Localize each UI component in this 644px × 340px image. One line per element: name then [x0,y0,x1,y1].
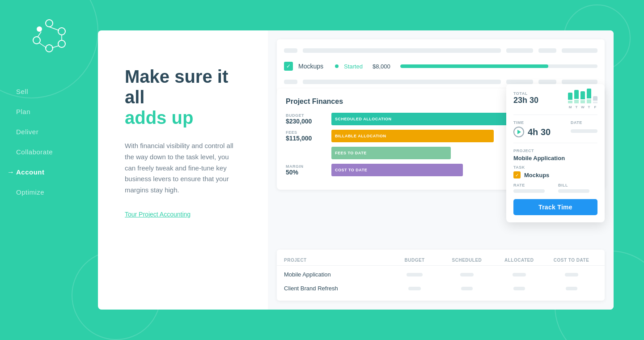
chart-col-wed: W [580,91,585,109]
sidebar-item-label-collaborate: Collaborate [16,148,53,156]
tracker-rate-section: Rate Bill [513,183,597,193]
task-checkbox-mockups[interactable]: ✓ [284,62,293,71]
scheduled-brand [441,285,493,292]
tracker-task-row: ✓ Mockups [513,171,597,178]
cost-to-date-bar: Cost to Date [331,164,463,176]
col-project: Project [284,258,389,263]
sidebar-item-deliver[interactable]: Deliver [0,123,98,141]
tracker-time-value: 4h 30 [528,127,551,137]
bill-label: Bill [558,183,597,187]
tracker-date-section: Date [571,120,597,137]
svg-point-2 [58,40,65,47]
sidebar-item-account[interactable]: → Account [0,163,98,181]
task-checkbox-tracker: ✓ [513,171,521,178]
tracker-header: Total 23h 30 M [513,91,597,109]
chart-bar-mon-top [568,93,572,100]
svg-point-0 [46,20,53,27]
scheduled-mobile [441,271,493,278]
tracker-task-value: Mockups [524,172,549,178]
project-name-brand: Client Brand Refresh [284,285,389,292]
svg-point-1 [58,28,65,35]
svg-point-4 [33,37,40,44]
scheduled-allocation-bar: Scheduled Allocation [331,113,534,125]
margin-label: Margin [286,164,326,169]
bill-col: Bill [558,183,597,193]
tracker-week-chart: M T W [568,91,597,109]
sidebar-item-optimize[interactable]: Optimize [0,183,98,201]
progress-bar-fill [400,64,548,68]
check-icon: ✓ [286,63,291,69]
sidebar-item-plan[interactable]: Plan [0,102,98,121]
sidebar-item-label-account: Account [16,168,45,176]
sidebar-item-collaborate[interactable]: Collaborate [0,143,98,161]
fees-to-date-label: Fees to Date [335,151,367,155]
play-button[interactable] [513,127,524,137]
headline-line2: adds up [125,107,241,128]
chart-bar-thu-top [587,89,591,98]
svg-line-6 [49,27,59,30]
tracker-time-display: 4h 30 [513,127,551,137]
budget-brand [389,285,441,292]
time-tracker-card: Total 23h 30 M [506,84,605,222]
task-check-icon: ✓ [515,173,519,178]
logo [31,18,67,55]
track-time-button[interactable]: Track Time [513,199,597,215]
svg-line-9 [39,43,47,48]
tracker-project-section: Project Mobile Application [513,149,597,162]
cost-mobile [545,271,597,278]
list-row-placeholder-1 [277,44,605,57]
progress-bar-container [400,64,597,68]
billable-allocation-bar: Billable Allocation [331,130,494,142]
viz-panel: ✓ Mockups Started $8,000 Project F [268,30,614,310]
sidebar: Sell Plan Deliver Collaborate → Account … [0,0,98,340]
task-row-mockups: ✓ Mockups Started $8,000 [277,57,605,75]
chart-bar-tue-top [574,90,579,99]
tour-project-accounting-link[interactable]: Tour Project Accounting [125,211,191,218]
chart-day-fri: F [594,105,597,109]
margin-value: 50% [286,169,326,176]
svg-point-3 [46,45,53,52]
chart-col-tue: T [574,90,579,109]
sidebar-item-sell[interactable]: Sell [0,82,98,101]
time-label: Time [513,120,551,125]
project-name-mobile: Mobile Application [284,271,389,278]
col-allocated: Allocated [493,258,545,263]
tracker-time-date-row: Time 4h 30 Date [513,120,597,137]
svg-line-10 [38,32,41,37]
play-icon [517,130,521,134]
chart-bar-wed-top [580,91,585,99]
chart-col-thu: T [587,89,591,109]
table-header: Project Budget Scheduled Allocated Cost … [277,255,605,266]
chart-col-mon: M [568,93,572,109]
sidebar-item-label-sell: Sell [16,88,28,95]
chart-day-mon: M [569,105,572,109]
tracker-divider-2 [513,143,597,143]
chart-day-thu: T [588,105,590,109]
svg-point-5 [37,26,42,32]
chart-day-wed: W [581,105,585,109]
budget-mobile [389,271,441,278]
status-started: Started [344,63,363,70]
task-budget: $8,000 [373,63,390,70]
cost-to-date-label: Cost to Date [335,168,367,172]
description-text: With financial visibility and control al… [125,140,241,196]
text-panel: Make sure it all adds up With financial … [98,30,268,310]
active-arrow-icon: → [7,168,15,176]
col-scheduled: Scheduled [441,258,493,263]
svg-line-8 [52,46,59,48]
date-placeholder [571,129,597,133]
fees-label: Fees [286,130,326,135]
headline-line1: Make sure it all [125,66,241,107]
table-row-brand-refresh: Client Brand Refresh [277,281,605,295]
tracker-time-section: Time 4h 30 [513,120,551,137]
cost-brand [545,285,597,292]
sidebar-item-label-plan: Plan [16,108,30,115]
bill-placeholder [558,189,589,193]
status-dot [335,64,339,68]
budget-label: Budget [286,113,326,118]
chart-bar-fri-bottom [593,102,597,103]
chart-bar-fri-top [593,96,597,101]
chart-day-tue: T [576,105,578,109]
chart-col-fri: F [593,96,597,109]
chart-bar-wed-bottom [580,100,585,103]
